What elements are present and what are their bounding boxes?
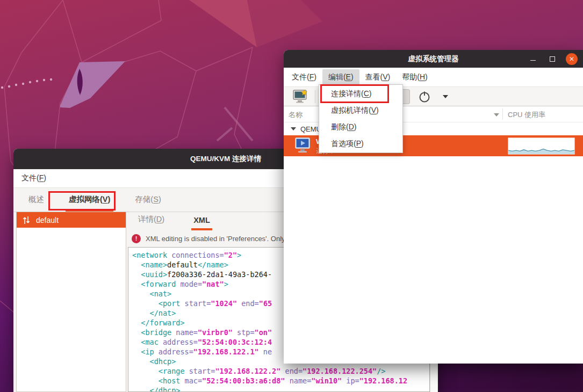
subtab-details[interactable]: 详情(D) bbox=[136, 210, 167, 230]
network-list-panel: default bbox=[16, 212, 126, 392]
menu-item-preferences[interactable]: 首选项(P) bbox=[319, 135, 402, 152]
manager-window-title: 虚拟系统管理器 bbox=[408, 54, 459, 64]
new-vm-icon[interactable] bbox=[292, 89, 308, 104]
network-name: default bbox=[36, 216, 59, 224]
menu-help[interactable]: 帮助(H) bbox=[396, 69, 433, 85]
column-divider[interactable] bbox=[502, 108, 503, 120]
network-list-item-default[interactable]: default bbox=[17, 212, 126, 228]
close-button[interactable]: ✕ bbox=[566, 53, 578, 65]
desktop: QEMU/KVM 连接详情 文件(F) 概述 虚拟网络(V) 存储(S) def… bbox=[0, 0, 583, 392]
vm-running-icon bbox=[294, 137, 311, 155]
tree-expander-icon[interactable] bbox=[291, 127, 296, 130]
error-icon: ! bbox=[132, 234, 141, 243]
vm-list-body[interactable] bbox=[284, 156, 583, 364]
network-arrows-icon bbox=[22, 215, 31, 225]
sort-arrow-icon[interactable] bbox=[494, 113, 499, 117]
toolbar-separator bbox=[315, 90, 315, 103]
xml-line: <host mac="52:54:00:b3:a6:d8" name="win1… bbox=[132, 376, 429, 386]
menu-item-delete[interactable]: 删除(D) bbox=[319, 119, 402, 135]
details-window-title: QEMU/KVM 连接详情 bbox=[190, 154, 261, 164]
maximize-button[interactable] bbox=[546, 53, 558, 65]
annotation-connection-details bbox=[320, 84, 389, 103]
xml-warning-text: XML editing is disabled in 'Preferences'… bbox=[146, 235, 295, 243]
column-cpu-usage[interactable]: CPU 使用率 bbox=[508, 110, 545, 120]
shutdown-icon[interactable] bbox=[418, 90, 431, 104]
cpu-usage-sparkline bbox=[508, 137, 575, 155]
annotation-virtual-networks-tab bbox=[48, 191, 116, 210]
tab-overview[interactable]: 概述 bbox=[25, 189, 47, 212]
minimize-button[interactable] bbox=[527, 53, 539, 65]
menu-view[interactable]: 查看(V) bbox=[359, 69, 397, 85]
manager-titlebar[interactable]: 虚拟系统管理器 ✕ bbox=[284, 50, 583, 68]
subtab-xml[interactable]: XML bbox=[191, 212, 212, 230]
details-subtabs: 详情(D) XML bbox=[136, 212, 212, 230]
xml-line: </dhcp> bbox=[132, 386, 429, 392]
column-name[interactable]: 名称 bbox=[289, 110, 303, 120]
xml-line: <range start="192.168.122.2" end="192.16… bbox=[132, 366, 429, 376]
menu-file[interactable]: 文件(F) bbox=[286, 69, 322, 85]
shutdown-menu-caret[interactable] bbox=[443, 95, 448, 98]
menu-item-vm-details[interactable]: 虚拟机详情(V) bbox=[319, 102, 402, 119]
details-menu-file[interactable]: 文件(F) bbox=[16, 170, 52, 186]
tab-storage[interactable]: 存储(S) bbox=[132, 189, 164, 212]
menu-edit[interactable]: 编辑(E) bbox=[322, 69, 359, 85]
